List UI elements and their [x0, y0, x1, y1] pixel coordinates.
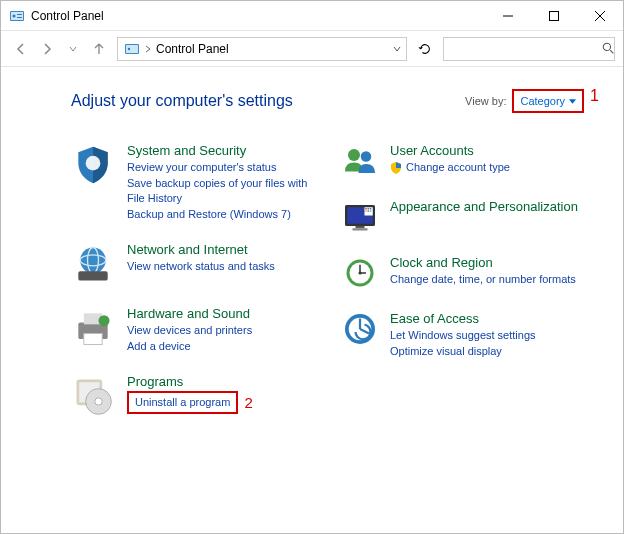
svg-point-2	[13, 14, 16, 17]
svg-rect-4	[17, 17, 22, 18]
category-link[interactable]: Save backup copies of your files with Fi…	[127, 176, 328, 206]
uninstall-program-link[interactable]: Uninstall a program	[127, 391, 238, 414]
printer-icon	[71, 306, 115, 350]
viewby-value-text: Category	[520, 95, 565, 107]
uac-shield-icon	[390, 162, 402, 174]
title-bar: Control Panel	[1, 1, 623, 31]
category-title[interactable]: Clock and Region	[390, 255, 576, 271]
svg-rect-18	[78, 271, 107, 280]
users-icon	[342, 143, 378, 179]
category-link[interactable]: Review your computer's status	[127, 160, 328, 175]
svg-rect-36	[368, 210, 370, 212]
category-link[interactable]: View devices and printers	[127, 323, 252, 338]
svg-line-13	[610, 50, 613, 53]
address-bar[interactable]: Control Panel	[117, 37, 407, 61]
annotation-2: 2	[244, 394, 252, 411]
category-title[interactable]: Hardware and Sound	[127, 306, 252, 322]
category-user-accounts: User Accounts Change account type	[342, 143, 599, 179]
monitor-icon	[342, 199, 378, 235]
svg-point-12	[603, 43, 610, 50]
svg-point-15	[80, 247, 106, 273]
address-path: Control Panel	[156, 42, 388, 56]
category-title[interactable]: Network and Internet	[127, 242, 275, 258]
minimize-button[interactable]	[485, 1, 531, 31]
search-box[interactable]	[443, 37, 615, 61]
clock-icon	[342, 255, 378, 291]
svg-point-22	[99, 315, 110, 326]
category-clock-region: Clock and Region Change date, time, or n…	[342, 255, 599, 291]
category-link[interactable]: Backup and Restore (Windows 7)	[127, 207, 328, 222]
shield-icon	[71, 143, 115, 187]
category-link[interactable]: Let Windows suggest settings	[390, 328, 536, 343]
category-title[interactable]: Ease of Access	[390, 311, 536, 327]
category-title[interactable]: Programs	[127, 374, 253, 390]
window-title: Control Panel	[31, 9, 485, 23]
category-link[interactable]: Optimize visual display	[390, 344, 536, 359]
svg-rect-37	[370, 210, 372, 212]
svg-rect-38	[356, 226, 365, 228]
svg-rect-34	[370, 208, 372, 210]
svg-rect-39	[353, 228, 368, 230]
nav-bar: Control Panel	[1, 31, 623, 67]
search-button[interactable]	[602, 38, 615, 60]
svg-rect-33	[368, 208, 370, 210]
category-network: Network and Internet View network status…	[71, 242, 328, 286]
svg-line-8	[595, 11, 605, 21]
category-programs: Programs Uninstall a program 2	[71, 374, 328, 418]
category-title[interactable]: User Accounts	[390, 143, 510, 159]
forward-button[interactable]	[35, 37, 59, 61]
annotation-1: 1	[590, 87, 599, 105]
maximize-button[interactable]	[531, 1, 577, 31]
left-column: System and Security Review your computer…	[71, 143, 328, 418]
search-input[interactable]	[444, 42, 602, 56]
svg-rect-21	[84, 333, 102, 344]
search-icon	[602, 42, 615, 55]
viewby-dropdown[interactable]: Category	[512, 89, 584, 113]
back-button[interactable]	[9, 37, 33, 61]
disc-icon	[71, 374, 115, 418]
category-link[interactable]: Change date, time, or number formats	[390, 272, 576, 287]
category-system-security: System and Security Review your computer…	[71, 143, 328, 222]
category-title[interactable]: Appearance and Personalization	[390, 199, 578, 215]
viewby-label: View by:	[465, 95, 506, 107]
svg-point-28	[361, 151, 372, 162]
address-dropdown[interactable]	[388, 45, 406, 53]
content-area: Adjust your computer's settings View by:…	[1, 67, 623, 438]
svg-point-44	[359, 272, 362, 275]
recent-locations-button[interactable]	[61, 37, 85, 61]
category-link[interactable]: View network status and tasks	[127, 259, 275, 274]
category-appearance: Appearance and Personalization	[342, 199, 599, 235]
svg-rect-32	[365, 208, 367, 210]
globe-icon	[71, 242, 115, 286]
svg-rect-6	[550, 11, 559, 20]
svg-point-11	[128, 47, 130, 49]
chevron-down-icon	[569, 99, 576, 104]
svg-line-7	[595, 11, 605, 21]
category-ease-of-access: Ease of Access Let Windows suggest setti…	[342, 311, 599, 359]
up-button[interactable]	[87, 37, 111, 61]
chevron-right-icon	[144, 45, 152, 53]
svg-point-26	[95, 397, 102, 404]
category-link[interactable]: Change account type	[406, 160, 510, 175]
svg-rect-35	[365, 210, 367, 212]
svg-rect-3	[17, 14, 22, 15]
category-hardware: Hardware and Sound View devices and prin…	[71, 306, 328, 354]
svg-point-27	[348, 149, 360, 161]
right-column: User Accounts Change account type	[342, 143, 599, 418]
refresh-button[interactable]	[413, 37, 437, 61]
close-button[interactable]	[577, 1, 623, 31]
control-panel-icon	[124, 41, 140, 57]
control-panel-icon	[9, 8, 25, 24]
category-title[interactable]: System and Security	[127, 143, 328, 159]
page-heading: Adjust your computer's settings	[71, 92, 465, 110]
category-link[interactable]: Add a device	[127, 339, 252, 354]
svg-point-14	[86, 156, 101, 171]
ease-of-access-icon	[342, 311, 378, 347]
